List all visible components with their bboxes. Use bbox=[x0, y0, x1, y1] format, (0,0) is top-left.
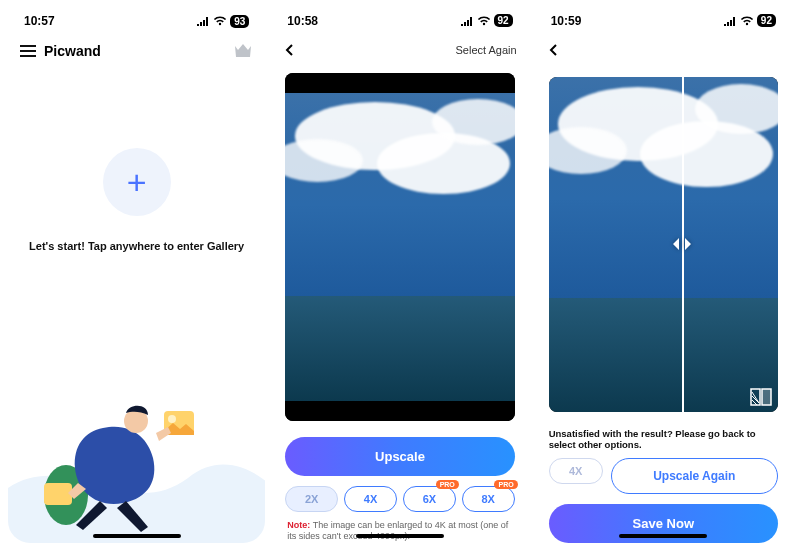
compare-handle-icon[interactable] bbox=[669, 231, 695, 257]
wifi-icon bbox=[477, 16, 491, 26]
wifi-icon bbox=[740, 16, 754, 26]
navbar bbox=[535, 34, 792, 67]
onboarding-illustration bbox=[8, 373, 265, 543]
photo bbox=[549, 77, 778, 412]
status-bar: 10:59 92 bbox=[535, 8, 792, 34]
chevron-left-icon[interactable] bbox=[547, 43, 561, 57]
screen-home: 10:57 93 Picwand + Let's start! Tap anyw… bbox=[8, 8, 265, 543]
home-indicator bbox=[619, 534, 707, 538]
select-again-link[interactable]: Select Again bbox=[456, 44, 517, 56]
scale-4x-disabled: 4X bbox=[549, 458, 603, 484]
scale-options: 2X 4X 6X PRO 8X PRO bbox=[285, 486, 514, 512]
battery-badge: 92 bbox=[757, 14, 776, 27]
scale-8x[interactable]: 8X PRO bbox=[462, 486, 515, 512]
status-bar: 10:57 93 bbox=[8, 8, 265, 34]
home-indicator bbox=[356, 534, 444, 538]
status-bar: 10:58 92 bbox=[271, 8, 528, 33]
upscale-again-button[interactable]: Upscale Again bbox=[611, 458, 778, 494]
compare-toggle-icon[interactable] bbox=[750, 388, 772, 406]
battery-badge: 92 bbox=[494, 14, 513, 27]
signal-icon bbox=[196, 16, 210, 26]
scale-8x-label: 8X bbox=[481, 493, 494, 505]
navbar: Picwand bbox=[8, 34, 265, 68]
compare-preview[interactable] bbox=[549, 77, 778, 412]
crown-icon[interactable] bbox=[233, 43, 253, 59]
screen-result: 10:59 92 bbox=[535, 8, 792, 543]
screen-upscale-select: 10:58 92 Select Again Upscale bbox=[271, 8, 528, 543]
note-prefix: Note: bbox=[287, 520, 310, 530]
note-text: Note: The image can be enlarged to 4K at… bbox=[287, 520, 512, 543]
status-time: 10:58 bbox=[287, 14, 318, 28]
upscale-button[interactable]: Upscale bbox=[285, 437, 514, 476]
svg-rect-4 bbox=[44, 483, 72, 505]
app-title: Picwand bbox=[44, 43, 101, 59]
wifi-icon bbox=[213, 16, 227, 26]
chevron-left-icon[interactable] bbox=[283, 43, 297, 57]
signal-icon bbox=[460, 16, 474, 26]
image-preview bbox=[285, 73, 514, 421]
scale-6x[interactable]: 6X PRO bbox=[403, 486, 456, 512]
note-body: The image can be enlarged to 4K at most … bbox=[287, 520, 508, 542]
svg-point-3 bbox=[168, 415, 176, 423]
battery-badge: 93 bbox=[230, 15, 249, 28]
signal-icon bbox=[723, 16, 737, 26]
scale-6x-label: 6X bbox=[423, 493, 436, 505]
scale-4x[interactable]: 4X bbox=[344, 486, 397, 512]
result-actions: 4X Upscale Again bbox=[549, 458, 778, 494]
status-time: 10:59 bbox=[551, 14, 582, 28]
photo bbox=[285, 93, 514, 401]
status-right: 92 bbox=[460, 14, 513, 27]
pro-badge: PRO bbox=[436, 480, 459, 489]
navbar: Select Again bbox=[271, 33, 528, 66]
result-message: Unsatisfied with the result? Please go b… bbox=[549, 428, 778, 450]
status-time: 10:57 bbox=[24, 14, 55, 28]
menu-icon[interactable] bbox=[20, 45, 36, 57]
status-right: 93 bbox=[196, 15, 249, 28]
home-indicator bbox=[93, 534, 181, 538]
plus-icon[interactable]: + bbox=[103, 148, 171, 216]
pro-badge: PRO bbox=[494, 480, 517, 489]
start-prompt: Let's start! Tap anywhere to enter Galle… bbox=[29, 240, 244, 252]
status-right: 92 bbox=[723, 14, 776, 27]
svg-rect-6 bbox=[762, 389, 771, 405]
scale-2x[interactable]: 2X bbox=[285, 486, 338, 512]
